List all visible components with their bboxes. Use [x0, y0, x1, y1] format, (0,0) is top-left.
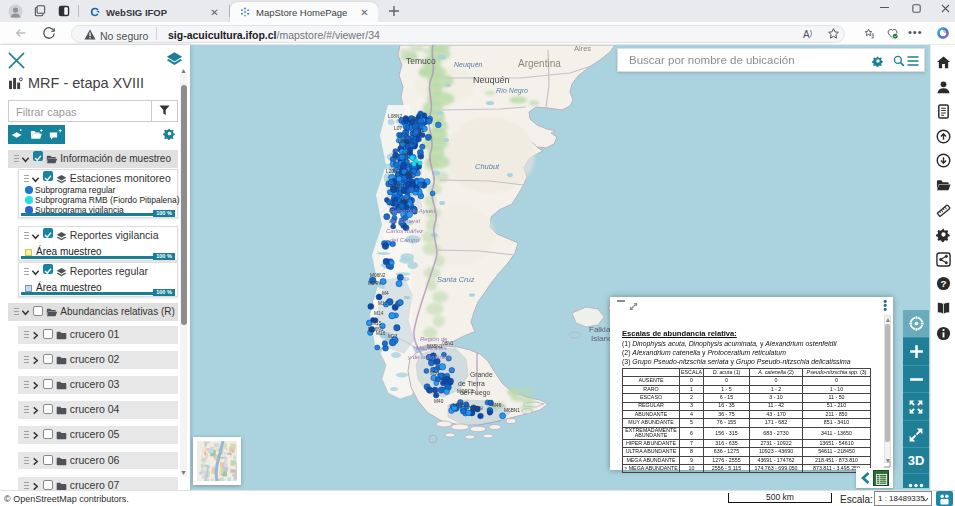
svg-text:A20N1: A20N1 [390, 184, 405, 189]
svg-text:L07: L07 [394, 126, 402, 131]
svg-text:M40: M40 [434, 399, 444, 404]
svg-text:Región de Aysén: Región de Aysén [390, 208, 436, 214]
svg-text:Neuquén: Neuquén [473, 75, 510, 85]
svg-text:Grande: Grande [470, 371, 493, 378]
svg-text:N1: N1 [418, 128, 424, 133]
svg-text:A09: A09 [405, 172, 414, 177]
svg-text:M24N: M24N [368, 281, 381, 286]
svg-text:Chubut: Chubut [475, 162, 500, 171]
svg-text:MQ9C3: MQ9C3 [457, 389, 474, 394]
svg-text:de Tierra: de Tierra [458, 380, 485, 387]
svg-text:M12: M12 [378, 301, 388, 306]
svg-text:del General: del General [389, 218, 421, 224]
svg-text:L08N2: L08N2 [388, 114, 402, 119]
svg-text:L204: L204 [402, 151, 413, 156]
svg-text:L05N1: L05N1 [398, 139, 412, 144]
svg-text:M33: M33 [430, 371, 440, 376]
svg-text:Río Negro: Río Negro [496, 87, 528, 95]
svg-text:M35N1: M35N1 [427, 344, 443, 349]
svg-text:M4: M4 [382, 291, 389, 296]
svg-text:Santa Cruz: Santa Cruz [437, 275, 475, 284]
svg-text:Carlos Ibáñez: Carlos Ibáñez [386, 228, 423, 234]
svg-text:A06: A06 [400, 199, 409, 204]
svg-text:M16N1: M16N1 [368, 327, 384, 332]
svg-text:N2: N2 [412, 117, 418, 122]
svg-text:Neuquén: Neuquén [454, 61, 483, 69]
svg-text:del Campo: del Campo [390, 237, 420, 243]
svg-text:08N1: 08N1 [442, 341, 454, 346]
svg-text:M46: M46 [492, 403, 502, 408]
svg-text:M06N2: M06N2 [370, 273, 386, 278]
svg-text:M6BN1: M6BN1 [504, 408, 520, 413]
svg-text:M14: M14 [374, 311, 384, 316]
svg-text:Temuco: Temuco [406, 56, 436, 66]
svg-text:?: ? [940, 278, 946, 289]
svg-text:Argentina: Argentina [518, 58, 561, 69]
svg-text:Aires: Aires [574, 45, 591, 53]
svg-text:M15: M15 [372, 321, 382, 326]
svg-text:y de la Antártica: y de la Antártica [407, 354, 451, 360]
svg-text:M23: M23 [388, 334, 398, 339]
svg-text:M40N1: M40N1 [453, 403, 469, 408]
svg-text:M44N: M44N [470, 406, 483, 411]
svg-text:L20N: L20N [386, 169, 398, 174]
